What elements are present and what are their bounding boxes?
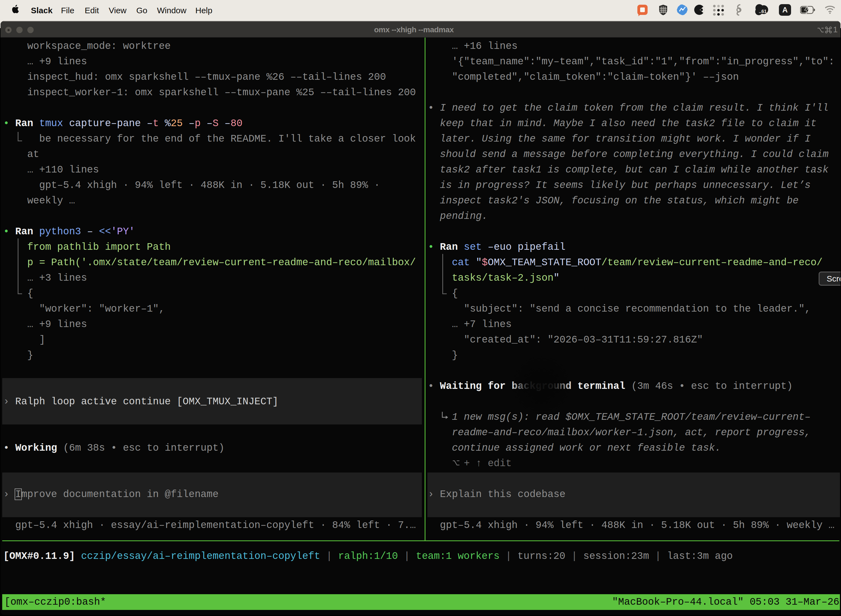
svg-text:..61: ..61: [759, 9, 766, 14]
